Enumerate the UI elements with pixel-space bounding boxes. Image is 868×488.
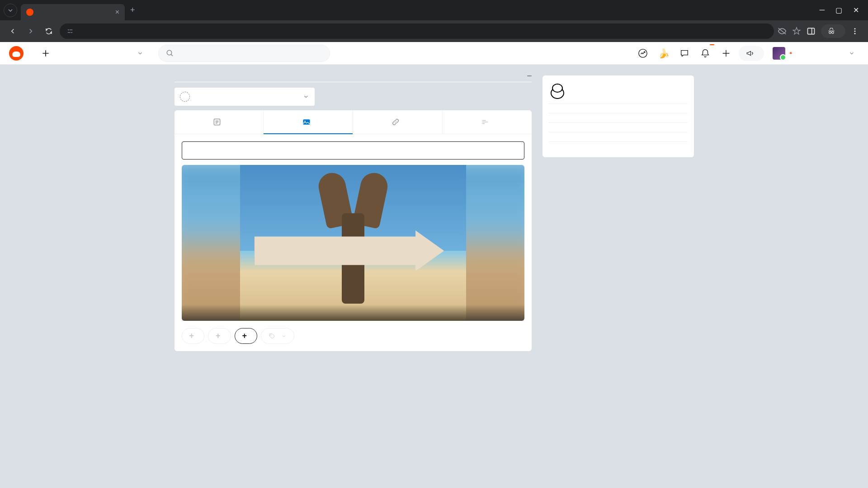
- community-placeholder-icon: [180, 92, 190, 102]
- search-input[interactable]: [158, 45, 330, 62]
- create-icon[interactable]: [718, 45, 734, 61]
- close-tab-icon[interactable]: ×: [115, 8, 119, 16]
- post-form: + + +: [175, 110, 532, 351]
- tag-icon: [269, 333, 276, 340]
- user-menu[interactable]: ✦: [769, 45, 859, 62]
- reddit-header: 🍌 ✦: [0, 42, 868, 65]
- sidepanel-icon[interactable]: [807, 27, 816, 36]
- notification-badge: [710, 44, 714, 45]
- footer-note: [542, 165, 694, 174]
- advertise-button[interactable]: [739, 46, 764, 61]
- nsfw-tag-button[interactable]: +: [235, 328, 258, 344]
- search-icon: [166, 49, 174, 57]
- uploaded-image: [240, 165, 466, 321]
- chevron-down-icon: [303, 94, 309, 100]
- site-settings-icon[interactable]: [67, 28, 73, 34]
- chevron-down-icon: [137, 50, 143, 56]
- image-icon: [302, 117, 311, 127]
- reload-button[interactable]: [42, 24, 56, 38]
- tab-link[interactable]: [353, 110, 443, 134]
- main-content: + + +: [0, 65, 868, 488]
- chevron-down-icon: [849, 50, 855, 56]
- rule-item: [549, 142, 688, 151]
- coins-icon[interactable]: 🍌: [656, 45, 672, 61]
- avatar: [773, 47, 785, 60]
- tab-post[interactable]: [175, 110, 264, 134]
- poll-icon: [481, 117, 490, 127]
- tab-poll: [443, 110, 532, 134]
- image-upload-preview: [182, 165, 524, 321]
- browser-tab[interactable]: ×: [21, 4, 125, 20]
- svg-point-9: [167, 50, 172, 55]
- minimize-icon[interactable]: ─: [820, 6, 825, 14]
- tab-search-button[interactable]: [4, 4, 17, 17]
- user-karma: ✦: [789, 50, 794, 56]
- tab-image-video[interactable]: [264, 110, 353, 134]
- chevron-down-icon: [281, 333, 287, 339]
- post-type-tabs: [175, 110, 532, 134]
- back-button[interactable]: [5, 24, 20, 38]
- popular-icon[interactable]: [635, 45, 651, 61]
- window-controls: ─ ▢ ✕: [820, 6, 864, 14]
- rules-heading: [549, 82, 688, 104]
- bookmark-star-icon[interactable]: [792, 27, 801, 36]
- svg-rect-0: [68, 30, 70, 30]
- oc-tag-button: +: [182, 328, 205, 344]
- page-header: [175, 75, 532, 82]
- svg-point-6: [854, 28, 856, 29]
- posting-rules-card: [542, 75, 694, 157]
- drafts-count: [527, 75, 532, 76]
- chat-icon[interactable]: [676, 45, 693, 61]
- plus-icon: [41, 49, 50, 58]
- address-bar[interactable]: [60, 23, 774, 39]
- incognito-eye-icon[interactable]: [778, 27, 787, 36]
- megaphone-icon: [746, 49, 754, 57]
- community-selector[interactable]: [175, 88, 315, 106]
- rules-list: [549, 104, 688, 151]
- svg-point-13: [304, 121, 306, 122]
- flair-tag-button: [261, 328, 294, 344]
- svg-point-8: [854, 33, 856, 34]
- browser-tab-strip: × + ─ ▢ ✕: [0, 0, 868, 20]
- title-input[interactable]: [189, 147, 518, 154]
- browser-toolbar: [0, 20, 868, 42]
- post-tags: + + +: [175, 328, 532, 351]
- svg-rect-12: [303, 119, 310, 125]
- rule-item: [549, 113, 688, 123]
- reddit-logo-icon: [9, 46, 24, 61]
- forward-button[interactable]: [24, 24, 38, 38]
- browser-menu-icon[interactable]: [851, 27, 859, 35]
- title-input-wrapper: [182, 141, 524, 160]
- spoiler-tag-button: +: [208, 328, 231, 344]
- nav-create-post-dropdown[interactable]: [33, 45, 151, 61]
- drafts-button[interactable]: [524, 75, 532, 76]
- reddit-favicon-icon: [26, 9, 33, 16]
- rule-item: [549, 123, 688, 132]
- snoo-icon: [549, 82, 566, 99]
- reddit-logo[interactable]: [9, 46, 26, 61]
- svg-rect-1: [70, 30, 72, 30]
- upload-overlay: [182, 305, 524, 321]
- incognito-badge[interactable]: [821, 24, 845, 38]
- post-icon: [212, 117, 222, 127]
- close-window-icon[interactable]: ✕: [853, 6, 859, 14]
- svg-point-7: [854, 31, 856, 32]
- notifications-icon[interactable]: [697, 45, 713, 61]
- maximize-icon[interactable]: ▢: [835, 6, 842, 14]
- rule-item: [549, 104, 688, 113]
- rule-item: [549, 132, 688, 142]
- svg-rect-4: [808, 28, 815, 34]
- svg-rect-2: [68, 32, 71, 33]
- link-icon: [391, 117, 400, 127]
- svg-rect-3: [71, 32, 73, 33]
- incognito-icon: [827, 27, 835, 35]
- svg-point-14: [270, 334, 271, 335]
- new-tab-button[interactable]: +: [125, 5, 141, 15]
